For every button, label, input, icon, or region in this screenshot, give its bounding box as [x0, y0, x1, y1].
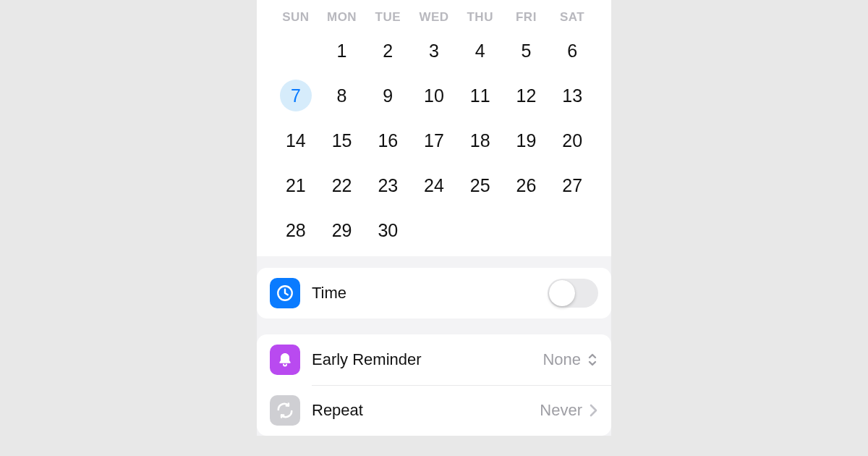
calendar-day[interactable]: 29 — [319, 211, 365, 249]
calendar-day[interactable]: 2 — [365, 32, 411, 69]
calendar-day[interactable]: 27 — [549, 166, 595, 204]
weekday-label: SAT — [549, 10, 595, 25]
weekday-label: MON — [319, 10, 365, 25]
calendar-day[interactable]: 16 — [365, 122, 411, 159]
weekday-label: TUE — [365, 10, 411, 25]
calendar-day[interactable]: 23 — [365, 166, 411, 204]
calendar-day[interactable]: 18 — [457, 122, 503, 159]
calendar-day[interactable]: 6 — [549, 32, 595, 69]
reminder-options-card: Early Reminder None — [257, 334, 611, 436]
calendar-day[interactable]: 8 — [319, 77, 365, 114]
reminder-details-panel: SUNMONTUEWEDTHUFRISAT 123456789101112131… — [257, 0, 611, 436]
time-row[interactable]: Time — [257, 268, 611, 318]
early-reminder-row[interactable]: Early Reminder None — [257, 334, 611, 385]
weekday-header: SUNMONTUEWEDTHUFRISAT — [273, 6, 595, 32]
bell-icon — [270, 345, 300, 375]
calendar-day[interactable]: 24 — [411, 166, 457, 204]
calendar-day[interactable]: 21 — [273, 166, 319, 204]
calendar-day[interactable]: 9 — [365, 77, 411, 114]
calendar-day[interactable]: 14 — [273, 122, 319, 159]
repeat-label: Repeat — [312, 401, 540, 420]
calendar-day[interactable]: 11 — [457, 77, 503, 114]
repeat-row[interactable]: Repeat Never — [257, 385, 611, 436]
repeat-value: Never — [540, 401, 582, 420]
weekday-label: SUN — [273, 10, 319, 25]
calendar-day-empty — [273, 32, 319, 69]
calendar-day[interactable]: 17 — [411, 122, 457, 159]
updown-icon — [587, 352, 598, 368]
calendar-day[interactable]: 1 — [319, 32, 365, 69]
calendar-day[interactable]: 28 — [273, 211, 319, 249]
calendar-day[interactable]: 26 — [503, 166, 550, 204]
calendar-day[interactable]: 4 — [457, 32, 503, 69]
time-card: Time — [257, 268, 611, 318]
repeat-icon — [270, 395, 300, 426]
calendar-day[interactable]: 5 — [503, 32, 550, 69]
clock-icon — [270, 278, 300, 308]
chevron-right-icon — [588, 403, 598, 418]
calendar-day[interactable]: 22 — [319, 166, 365, 204]
weekday-label: WED — [411, 10, 457, 25]
calendar-day[interactable]: 25 — [457, 166, 503, 204]
time-toggle[interactable] — [548, 279, 598, 308]
calendar-day[interactable]: 7 — [273, 77, 319, 114]
calendar-day[interactable]: 3 — [411, 32, 457, 69]
calendar-card: SUNMONTUEWEDTHUFRISAT 123456789101112131… — [257, 0, 611, 256]
calendar-day[interactable]: 20 — [549, 122, 595, 159]
weekday-label: THU — [457, 10, 503, 25]
calendar-day[interactable]: 13 — [549, 77, 595, 114]
weekday-label: FRI — [503, 10, 550, 25]
calendar-day[interactable]: 15 — [319, 122, 365, 159]
early-reminder-label: Early Reminder — [312, 350, 542, 369]
time-label: Time — [312, 284, 548, 303]
calendar-day[interactable]: 19 — [503, 122, 550, 159]
early-reminder-value: None — [542, 350, 581, 369]
calendar-day[interactable]: 12 — [503, 77, 550, 114]
calendar-day[interactable]: 30 — [365, 211, 411, 249]
calendar-grid: 1234567891011121314151617181920212223242… — [273, 32, 595, 249]
calendar-day[interactable]: 10 — [411, 77, 457, 114]
